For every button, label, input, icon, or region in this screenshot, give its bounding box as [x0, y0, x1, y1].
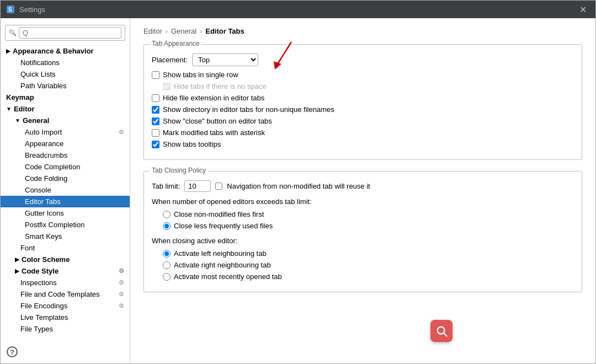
settings-icon: ⚙	[119, 291, 124, 298]
breadcrumb-sep-2: ›	[200, 28, 202, 35]
sidebar-item-appearance[interactable]: Appearance	[1, 138, 130, 149]
radio-close-non-modified: Close non-modified files first	[152, 210, 574, 218]
placement-row: Placement: Top Bottom Left Right	[152, 53, 574, 66]
activate-right-label[interactable]: Activate right neighbouring tab	[174, 261, 271, 269]
settings-icon: ⚙	[119, 302, 124, 309]
activate-recent-label[interactable]: Activate most recently opened tab	[174, 272, 282, 281]
activate-recent-radio[interactable]	[163, 273, 171, 281]
settings-window: S Settings ✕ 🔍 ▶ Appearance & Behavior N…	[0, 0, 596, 364]
sidebar-item-live-templates[interactable]: Live Templates	[1, 312, 130, 323]
breadcrumb: Editor › General › Editor Tabs	[143, 27, 582, 35]
placement-select[interactable]: Top Bottom Left Right	[192, 53, 258, 66]
nav-reuse-checkbox[interactable]	[215, 183, 222, 190]
show-single-row-checkbox[interactable]	[152, 71, 159, 79]
close-button[interactable]: ✕	[576, 3, 590, 16]
search-box[interactable]: 🔍	[5, 25, 125, 41]
search-input[interactable]	[19, 27, 121, 39]
collapse-icon: ▼	[6, 106, 12, 112]
content-area: 🔍 ▶ Appearance & Behavior Notifications …	[1, 18, 595, 363]
show-close-checkbox[interactable]	[152, 117, 159, 125]
search-fab[interactable]	[430, 320, 453, 342]
collapse-icon: ▶	[6, 48, 10, 54]
tab-limit-input[interactable]	[184, 180, 211, 192]
sidebar-item-gutter-icons[interactable]: Gutter Icons	[1, 207, 130, 219]
sidebar-label: Editor	[14, 105, 35, 113]
sidebar-item-appearance-behavior[interactable]: ▶ Appearance & Behavior	[1, 45, 130, 57]
sidebar-item-auto-import[interactable]: Auto Import ⚙	[1, 126, 130, 138]
placement-label: Placement:	[152, 56, 188, 64]
sidebar-item-editor[interactable]: ▼ Editor	[1, 103, 130, 115]
breadcrumb-current: Editor Tabs	[205, 27, 244, 35]
checkbox-mark-modified: Mark modified tabs with asterisk	[152, 129, 574, 137]
hide-extension-checkbox[interactable]	[152, 94, 159, 102]
sidebar-item-notifications[interactable]: Notifications	[1, 57, 130, 68]
show-directory-label[interactable]: Show directory in editor tabs for non-un…	[163, 105, 334, 114]
hide-extension-label[interactable]: Hide file extension in editor tabs	[163, 94, 264, 102]
sidebar-item-file-encodings[interactable]: File Encodings ⚙	[1, 300, 130, 312]
help-button[interactable]: ?	[7, 346, 18, 357]
sidebar-item-code-completion[interactable]: Code Completion	[1, 161, 130, 173]
close-non-modified-label[interactable]: Close non-modified files first	[174, 210, 264, 218]
search-icon: 🔍	[9, 29, 17, 36]
tab-closing-title: Tab Closing Policy	[150, 167, 208, 174]
sidebar-item-postfix-completion[interactable]: Postfix Completion	[1, 219, 130, 231]
settings-icon: ⚙	[119, 279, 124, 286]
app-icon: S	[6, 5, 15, 14]
sidebar-item-quick-lists[interactable]: Quick Lists	[1, 68, 130, 80]
titlebar: S Settings ✕	[1, 1, 595, 18]
single-row-label[interactable]: Show tabs in single row	[163, 71, 238, 79]
sidebar-item-path-variables[interactable]: Path Variables	[1, 80, 130, 92]
hide-no-space-checkbox[interactable]	[163, 83, 171, 90]
sidebar-item-code-style[interactable]: ▶ Code Style ⚙	[1, 265, 130, 277]
sidebar-item-file-types[interactable]: File Types	[1, 323, 130, 335]
tab-limit-row: Tab limit: Navigation from non-modified …	[152, 180, 574, 192]
tab-limit-label: Tab limit:	[152, 182, 180, 190]
sidebar-item-keymap[interactable]: Keymap	[1, 92, 130, 103]
sidebar-label: Color Scheme	[22, 255, 70, 264]
breadcrumb-editor: Editor	[143, 27, 162, 35]
sidebar-item-general[interactable]: ▼ General	[1, 115, 130, 126]
sidebar-item-font[interactable]: Font	[1, 242, 130, 254]
collapse-icon: ▼	[15, 117, 20, 124]
sidebar-label: General	[23, 116, 49, 125]
close-less-used-radio[interactable]	[163, 222, 171, 230]
collapse-icon: ▶	[15, 268, 19, 274]
when-exceeds-label: When number of opened editors exceeds ta…	[152, 197, 574, 206]
checkbox-show-directory: Show directory in editor tabs for non-un…	[152, 105, 574, 114]
settings-icon: ⚙	[119, 129, 124, 136]
sidebar-label: Keymap	[6, 93, 34, 101]
hide-no-space-label: Hide tabs if there is no space	[174, 82, 267, 90]
checkbox-hide-extension: Hide file extension in editor tabs	[152, 94, 574, 102]
activate-left-radio[interactable]	[163, 250, 171, 258]
sidebar-item-file-code-templates[interactable]: File and Code Templates ⚙	[1, 288, 130, 300]
checkbox-hide-no-space: Hide tabs if there is no space	[152, 82, 574, 90]
sidebar-item-breadcrumbs[interactable]: Breadcrumbs	[1, 149, 130, 161]
tab-closing-section: Tab Closing Policy Tab limit: Navigation…	[143, 171, 582, 292]
sidebar-item-editor-tabs[interactable]: Editor Tabs	[1, 196, 130, 207]
sidebar-item-inspections[interactable]: Inspections ⚙	[1, 277, 130, 288]
fab-search-icon	[435, 325, 448, 337]
activate-right-radio[interactable]	[163, 261, 171, 269]
mark-modified-checkbox[interactable]	[152, 129, 159, 137]
checkbox-show-tooltips: Show tabs tooltips	[152, 140, 574, 148]
settings-icon: ⚙	[119, 267, 124, 275]
radio-activate-recent: Activate most recently opened tab	[152, 272, 574, 281]
radio-close-less-used: Close less frequently used files	[152, 222, 574, 230]
show-tooltips-checkbox[interactable]	[152, 141, 159, 148]
sidebar-item-console[interactable]: Console	[1, 184, 130, 196]
sidebar-item-code-folding[interactable]: Code Folding	[1, 173, 130, 184]
sidebar: 🔍 ▶ Appearance & Behavior Notifications …	[1, 18, 130, 363]
sidebar-item-color-scheme[interactable]: ▶ Color Scheme	[1, 254, 130, 265]
nav-reuse-label[interactable]: Navigation from non-modified tab will re…	[227, 182, 370, 190]
sidebar-item-smart-keys[interactable]: Smart Keys	[1, 231, 130, 242]
show-directory-checkbox[interactable]	[152, 106, 159, 114]
close-non-modified-radio[interactable]	[163, 211, 171, 218]
radio-activate-left: Activate left neighbouring tab	[152, 249, 574, 258]
sidebar-label: Appearance & Behavior	[13, 47, 94, 55]
activate-left-label[interactable]: Activate left neighbouring tab	[174, 249, 267, 258]
show-close-label[interactable]: Show "close" button on editor tabs	[163, 117, 272, 125]
show-tooltips-label[interactable]: Show tabs tooltips	[163, 140, 221, 148]
mark-modified-label[interactable]: Mark modified tabs with asterisk	[163, 129, 265, 137]
window-title: Settings	[19, 6, 576, 14]
close-less-used-label[interactable]: Close less frequently used files	[174, 222, 273, 230]
